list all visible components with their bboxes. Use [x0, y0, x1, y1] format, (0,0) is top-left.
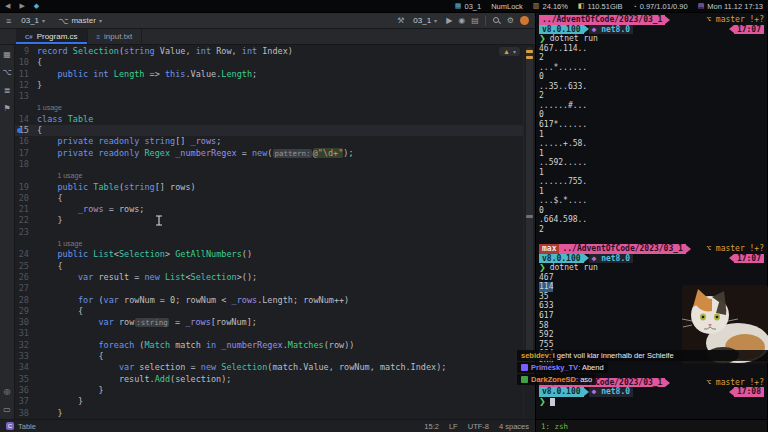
code-line[interactable]: 30 var row:string = _rows[rowNum];: [15, 317, 523, 328]
line-number[interactable]: 27: [15, 283, 37, 294]
code-line[interactable]: 25 {: [15, 261, 523, 272]
run-button[interactable]: ▶: [446, 16, 452, 25]
line-number[interactable]: 29: [15, 306, 37, 317]
line-number[interactable]: 17: [15, 148, 37, 159]
line-number[interactable]: 15: [15, 125, 37, 136]
code-line[interactable]: 19 public Table(string[] rows): [15, 182, 523, 193]
code-line[interactable]: 36 }: [15, 385, 523, 396]
status-item[interactable]: UTF-8: [468, 422, 489, 431]
code-line[interactable]: 32 foreach (Match match in _numberRegex.…: [15, 340, 523, 351]
line-number[interactable]: 36: [15, 385, 37, 396]
usages-hint[interactable]: 1 usage: [37, 104, 62, 111]
line-number[interactable]: 34: [15, 362, 37, 373]
line-number[interactable]: 11: [15, 69, 37, 80]
code-line[interactable]: 9record Selection(string Value, int Row,…: [15, 46, 523, 57]
problems-tool-icon[interactable]: ◎: [4, 387, 11, 396]
usages-hint[interactable]: 1 usage: [37, 172, 82, 179]
code-annotation-row[interactable]: 1 usage: [15, 238, 523, 249]
code-line[interactable]: 33 {: [15, 351, 523, 362]
code-annotation-row[interactable]: 1 usage: [15, 170, 523, 181]
line-number[interactable]: 23: [15, 227, 37, 238]
structure-tool-icon[interactable]: ≣: [4, 86, 11, 95]
line-number[interactable]: 12: [15, 80, 37, 91]
code-line[interactable]: 21 _rows = rows;: [15, 204, 523, 215]
run-config-selector[interactable]: 03_1 ▾: [410, 15, 440, 27]
code-editor[interactable]: 9record Selection(string Value, int Row,…: [15, 45, 523, 419]
settings-gear-icon[interactable]: ⚙: [507, 16, 514, 25]
chat-username[interactable]: Primesky_TV: [531, 363, 578, 372]
usages-hint[interactable]: 1 usage: [37, 240, 82, 247]
workspace-prev-icon[interactable]: ◀: [5, 2, 10, 10]
line-number[interactable]: 19: [15, 182, 37, 193]
status-item[interactable]: LF: [449, 422, 458, 431]
chat-username[interactable]: sebidev: [521, 351, 549, 360]
line-number[interactable]: 31: [15, 328, 37, 339]
build-button[interactable]: ⚒: [397, 16, 404, 25]
line-number[interactable]: 35: [15, 374, 37, 385]
tab-input-txt[interactable]: ≡input.txt: [88, 29, 143, 44]
line-number[interactable]: 38: [15, 408, 37, 419]
line-number[interactable]: 24: [15, 249, 37, 260]
code-line[interactable]: 14class Table: [15, 114, 523, 125]
code-line[interactable]: 23: [15, 227, 523, 238]
line-number[interactable]: 32: [15, 340, 37, 351]
code-annotation-row[interactable]: 1 usage: [15, 102, 523, 113]
line-number[interactable]: 16: [15, 136, 37, 147]
search-icon[interactable]: [492, 16, 501, 25]
line-number[interactable]: [15, 102, 37, 113]
line-number[interactable]: 22: [15, 215, 37, 226]
workspace-next-icon[interactable]: ▶: [19, 2, 24, 10]
code-line[interactable]: 37 }: [15, 396, 523, 407]
debug-button[interactable]: ◉: [458, 16, 465, 25]
code-line[interactable]: 17 private readonly Regex _numberRegex =…: [15, 148, 523, 159]
code-line[interactable]: 38 }: [15, 408, 523, 419]
code-line[interactable]: 13: [15, 91, 523, 102]
project-widget[interactable]: 03_1 ▾: [18, 15, 48, 27]
breadcrumb[interactable]: Table: [18, 422, 36, 431]
line-number[interactable]: 13: [15, 91, 37, 102]
line-number[interactable]: [15, 170, 37, 181]
line-number[interactable]: 33: [15, 351, 37, 362]
menu-icon[interactable]: ≡: [6, 16, 11, 26]
line-number[interactable]: 14: [15, 114, 37, 125]
code-line[interactable]: 35 result.Add(selection);: [15, 374, 523, 385]
code-line[interactable]: 12}: [15, 80, 523, 91]
coverage-button[interactable]: ▤: [471, 16, 479, 25]
line-number[interactable]: 10: [15, 57, 37, 68]
warning-stripe-mark[interactable]: [526, 50, 533, 53]
vcs-widget[interactable]: ⌥ master ▾: [55, 15, 105, 27]
tab-program-cs[interactable]: C#Program.cs: [16, 29, 88, 44]
status-item[interactable]: 4 spaces: [499, 422, 529, 431]
code-line[interactable]: 15{: [15, 125, 523, 136]
line-number[interactable]: 28: [15, 295, 37, 306]
code-line[interactable]: 10{: [15, 57, 523, 68]
workspace-indicator-icon[interactable]: ◆: [34, 2, 39, 10]
line-number[interactable]: 25: [15, 261, 37, 272]
line-number[interactable]: 18: [15, 159, 37, 170]
terminal-tool-icon[interactable]: ▭: [3, 405, 11, 414]
stripe-mark[interactable]: [526, 215, 533, 218]
line-number[interactable]: 37: [15, 396, 37, 407]
inspections-widget[interactable]: ▲ ▾: [499, 47, 520, 56]
code-line[interactable]: 11 public int Length => this.Value.Lengt…: [15, 69, 523, 80]
tmux-window-label[interactable]: 1: zsh: [541, 422, 568, 431]
chat-username[interactable]: DarkZoneSD: [531, 375, 576, 384]
warning-stripe-mark[interactable]: [526, 56, 533, 59]
scrollbar-thumb[interactable]: [526, 47, 533, 361]
code-line[interactable]: 24 public List<Selection> GetAllNumbers(…: [15, 249, 523, 260]
line-number[interactable]: 9: [15, 46, 37, 57]
line-number[interactable]: 21: [15, 204, 37, 215]
status-item[interactable]: 15:2: [424, 422, 439, 431]
line-number[interactable]: 26: [15, 272, 37, 283]
line-number[interactable]: 20: [15, 193, 37, 204]
code-line[interactable]: 28 for (var rowNum = 0; rowNum < _rows.L…: [15, 295, 523, 306]
bookmarks-tool-icon[interactable]: ⚑: [3, 104, 10, 113]
code-line[interactable]: 31: [15, 328, 523, 339]
code-line[interactable]: 18: [15, 159, 523, 170]
code-line[interactable]: 34 var selection = new Selection(match.V…: [15, 362, 523, 373]
project-tool-icon[interactable]: ▦: [3, 50, 11, 59]
user-avatar[interactable]: [520, 16, 529, 25]
code-line[interactable]: 20 {: [15, 193, 523, 204]
code-line[interactable]: 27: [15, 283, 523, 294]
code-line[interactable]: 29 {: [15, 306, 523, 317]
